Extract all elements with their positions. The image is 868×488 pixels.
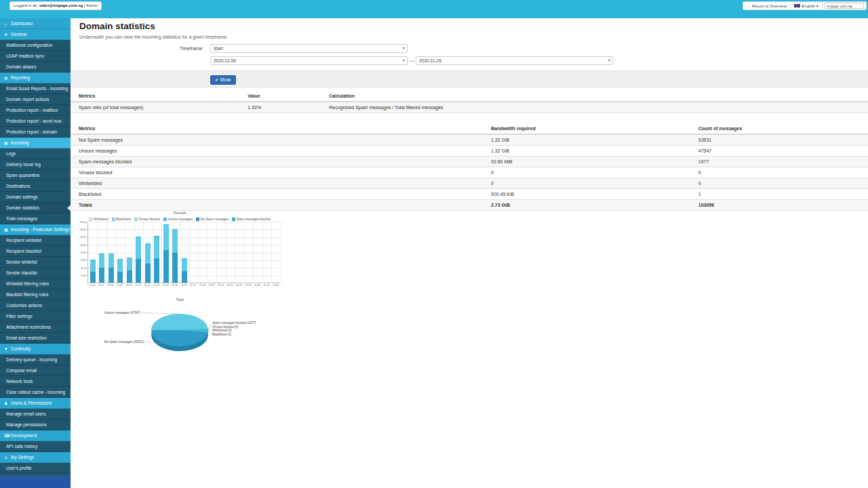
bar-segment-unsure-messages[interactable] <box>90 260 96 271</box>
bar-segment-not-spam-messages[interactable] <box>127 270 132 283</box>
sidebar-item-ldap-mailbox-sync[interactable]: LDAP mailbox sync <box>0 51 71 62</box>
bar-segment-spam-messages-blocked[interactable] <box>90 260 96 260</box>
x-axis-tick-label: 11-23 <box>243 283 253 287</box>
bar-segment-unsure-messages[interactable] <box>145 244 151 263</box>
bar-segment-spam-messages-blocked[interactable] <box>136 237 141 237</box>
sidebar-item-manage-permissions[interactable]: Manage permissions <box>0 420 71 430</box>
bar-segment-not-spam-messages[interactable] <box>117 272 123 283</box>
bar-chart-title: Periods <box>77 211 282 216</box>
sidebar-item-attachment-restrictions[interactable]: Attachment restrictions <box>0 322 71 333</box>
sidebar-section-users-permissions[interactable]: ♟Users & Permissions <box>0 398 71 409</box>
bar-segment-not-spam-messages[interactable] <box>90 272 96 283</box>
bar-segment-spam-messages-blocked[interactable] <box>127 258 132 258</box>
sidebar-item-domain-statistics[interactable]: Domain statistics <box>0 203 71 214</box>
sidebar-item-domain-report-actions[interactable]: Domain report actions <box>0 94 71 105</box>
bar-segment-unsure-messages[interactable] <box>99 253 104 268</box>
date-from-select[interactable]: 2020-11-06 ▾ <box>210 56 408 65</box>
sidebar-item-destinations[interactable]: Destinations <box>0 181 71 192</box>
return-to-overview-button[interactable]: ← Return to Overview <box>743 2 790 9</box>
sidebar-section-dashboard[interactable]: ⌂Dashboard <box>0 18 71 29</box>
pie-slice-unsure[interactable] <box>151 314 208 330</box>
column-header-value: Value <box>239 91 321 102</box>
sidebar-item-manage-email-users[interactable]: Manage email users <box>0 409 71 420</box>
bar-segment-unsure-messages[interactable] <box>108 253 114 268</box>
sidebar-section-my-settings[interactable]: ♙My Settings <box>0 452 71 463</box>
bar-segment-spam-messages-blocked[interactable] <box>172 229 178 230</box>
bar-segment-not-spam-messages[interactable] <box>182 271 187 283</box>
bar-segment-spam-messages-blocked[interactable] <box>154 236 159 237</box>
bar-chart-legend: WhitelistedBlacklistedViruses blockedUns… <box>77 216 282 222</box>
sidebar-section-general[interactable]: ⚙General <box>0 29 71 40</box>
bar-segment-spam-messages-blocked[interactable] <box>182 258 187 259</box>
sidebar-item-protection-report-send-now[interactable]: Protection report - send now <box>0 116 71 127</box>
bar-segment-not-spam-messages[interactable] <box>172 253 178 283</box>
sidebar-item-whitelist-filtering-rules[interactable]: Whitelist filtering rules <box>0 279 71 289</box>
bar-segment-not-spam-messages[interactable] <box>99 268 104 283</box>
bar-segment-not-spam-messages[interactable] <box>145 264 151 283</box>
bar-segment-unsure-messages[interactable] <box>117 259 123 271</box>
login-role-link[interactable]: Admin <box>86 3 98 7</box>
code-icon: ⌨ <box>4 430 11 441</box>
sidebar-item-protection-report-mailbox[interactable]: Protection report - mailbox <box>0 105 71 116</box>
show-button[interactable]: ✔ Show <box>210 75 236 85</box>
sidebar-section-incoming-protection-settings[interactable]: ▦Incoming - Protection Settings <box>0 224 71 235</box>
sidebar-item-email-scout-reports-incoming[interactable]: Email Scout Reports - incoming <box>0 83 71 94</box>
bar-segment-spam-messages-blocked[interactable] <box>163 224 169 226</box>
sidebar-item-api-calls-history[interactable]: API calls history <box>0 441 71 452</box>
x-axis-tick-label: 11-21 <box>225 283 235 287</box>
sidebar-section-incoming[interactable]: ▣Incoming <box>0 138 71 148</box>
sidebar-item-protection-report-domain[interactable]: Protection report - domain <box>0 127 71 138</box>
sidebar-section-continuity[interactable]: ▼Continuity <box>0 344 71 354</box>
bar-segment-spam-messages-blocked[interactable] <box>145 243 151 244</box>
table-cell: Spam messages blocked <box>71 157 483 167</box>
sidebar-item-logs[interactable]: Logs <box>0 148 71 159</box>
column-header-metrics: Metrics <box>71 123 483 134</box>
bar-segment-unsure-messages[interactable] <box>127 258 132 270</box>
bar-segment-spam-messages-blocked[interactable] <box>117 259 123 260</box>
gridline <box>88 253 281 253</box>
x-axis-tick-label: 11-07 <box>97 283 106 287</box>
bar-segment-not-spam-messages[interactable] <box>154 258 159 283</box>
sidebar-item-delivery-issue-log[interactable]: Delivery issue log <box>0 159 71 170</box>
bar-segment-unsure-messages[interactable] <box>136 237 141 258</box>
bar-segment-not-spam-messages[interactable] <box>163 250 169 283</box>
y-axis-tick-label: 16000 <box>78 220 87 224</box>
timeframe-select[interactable]: Start ▾ <box>210 44 408 53</box>
sidebar-item-recipient-blacklist[interactable]: Recipient blacklist <box>0 246 71 257</box>
sidebar-item-train-messages[interactable]: Train messages <box>0 214 71 224</box>
x-axis-tick-label: 11-26 <box>271 283 281 287</box>
sidebar-item-network-tools[interactable]: Network tools <box>0 376 71 387</box>
pie-label-blacklisted: Blacklisted (1) <box>212 333 232 336</box>
bar-segment-unsure-messages[interactable] <box>172 230 178 253</box>
sidebar-item-domain-aliases[interactable]: Domain aliases <box>0 62 71 73</box>
sidebar-item-recipient-whitelist[interactable]: Recipient whitelist <box>0 235 71 246</box>
sidebar-item-domain-settings[interactable]: Domain settings <box>0 192 71 203</box>
table-cell: Blacklisted <box>71 189 483 200</box>
sidebar-item-blacklist-filtering-rules[interactable]: Blacklist filtering rules <box>0 289 71 300</box>
bar-segment-not-spam-messages[interactable] <box>108 268 114 283</box>
gridline <box>125 222 125 283</box>
sidebar-item-delivery-queue-incoming[interactable]: Delivery queue - incoming <box>0 354 71 365</box>
bar-segment-spam-messages-blocked[interactable] <box>99 253 104 254</box>
sidebar-item-compose-email[interactable]: Compose email <box>0 365 71 376</box>
sidebar-item-user-s-profile[interactable]: User's profile <box>0 463 71 474</box>
sidebar-item-filter-settings[interactable]: Filter settings <box>0 311 71 322</box>
language-dropdown[interactable]: English ▾ <box>791 2 822 9</box>
sidebar-item-email-size-restriction[interactable]: Email size restriction <box>0 333 71 344</box>
sidebar-item-clear-callout-cache-incoming[interactable]: Clear callout cache - incoming <box>0 387 71 398</box>
table-cell: 92.80 MiB <box>483 157 690 167</box>
bar-segment-not-spam-messages[interactable] <box>136 259 141 283</box>
date-to-select[interactable]: 2020-11-26 ▾ <box>416 56 613 65</box>
sidebar-item-sender-whitelist[interactable]: Sender whitelist <box>0 257 71 268</box>
bar-segment-spam-messages-blocked[interactable] <box>108 253 114 254</box>
sidebar-section-reporting[interactable]: ▤Reporting <box>0 73 71 83</box>
sidebar-item-spam-quarantine[interactable]: Spam quarantine <box>0 170 71 181</box>
sidebar-item-customize-actions[interactable]: Customize actions <box>0 300 71 311</box>
bar-segment-unsure-messages[interactable] <box>163 225 169 250</box>
sidebar-item-sender-blacklist[interactable]: Sender blacklist <box>0 268 71 279</box>
domain-search-input[interactable] <box>825 3 864 9</box>
bar-segment-unsure-messages[interactable] <box>154 237 159 258</box>
sidebar-item-mailboxes-configuration[interactable]: Mailboxes configuration <box>0 40 71 51</box>
bar-segment-unsure-messages[interactable] <box>182 259 187 271</box>
sidebar-section-development[interactable]: ⌨Development <box>0 430 71 441</box>
